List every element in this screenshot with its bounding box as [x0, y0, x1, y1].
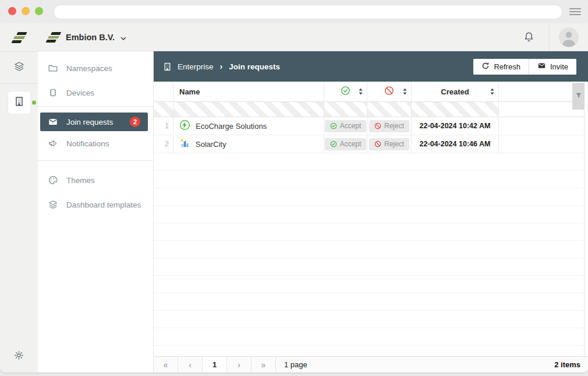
empty-rows-area [154, 153, 588, 356]
last-page-button[interactable]: » [252, 357, 276, 373]
filter-cell[interactable] [367, 102, 412, 117]
header-name[interactable]: Name [173, 82, 324, 101]
next-page-button[interactable]: › [227, 357, 252, 373]
first-page-button[interactable]: « [154, 357, 178, 373]
row-spacer [499, 135, 588, 153]
accept-button[interactable]: Accept [325, 120, 367, 132]
minimize-window-button[interactable] [22, 7, 30, 15]
header-reject[interactable] [367, 82, 412, 101]
chevron-down-icon [121, 33, 126, 42]
avatar [559, 27, 579, 47]
check-circle-icon [341, 86, 350, 97]
accept-button[interactable]: Accept [325, 138, 367, 150]
filter-gutter-button[interactable] [572, 83, 585, 110]
ecocharge-logo-icon [179, 120, 190, 133]
sidebar-divider [38, 160, 153, 161]
embion-logo-icon [46, 32, 62, 43]
building-icon [162, 62, 172, 72]
join-requests-grid: Name [154, 82, 588, 356]
ban-circle-icon [374, 122, 381, 129]
refresh-button[interactable]: Refresh [473, 59, 529, 75]
envelope-icon [48, 117, 58, 127]
sidebar-item-label: Notifications [66, 139, 109, 148]
sidebar: Namespaces Devices Join requests 2 [38, 51, 154, 373]
filter-cell[interactable] [154, 102, 173, 117]
org-name: Embion B.V. [66, 33, 115, 42]
prev-page-button[interactable]: ‹ [178, 357, 203, 373]
user-menu[interactable] [549, 23, 588, 51]
envelope-icon [537, 61, 546, 72]
join-requests-count-badge: 2 [130, 117, 140, 127]
embion-logo-icon [11, 32, 27, 43]
browser-chrome [0, 0, 588, 24]
filter-cell[interactable] [324, 102, 367, 117]
row-number: 1 [165, 122, 169, 130]
sidebar-item-themes[interactable]: Themes [38, 168, 153, 192]
solarcity-logo-icon [179, 138, 190, 151]
sidebar-item-label: Devices [66, 89, 94, 97]
company-name: EcoCharge Solutions [196, 122, 267, 131]
sort-toggle[interactable] [358, 88, 363, 96]
sidebar-item-devices[interactable]: Devices [38, 80, 153, 105]
pagination-bar: « ‹ 1 › » 1 page 2 items [154, 356, 588, 373]
breadcrumb-bar: Enterprise › Join requests Refresh [154, 51, 588, 82]
sort-toggle[interactable] [402, 88, 408, 96]
address-bar[interactable] [54, 5, 562, 19]
created-timestamp: 22-04-2024 10:42 AM [420, 122, 491, 130]
sidebar-divider [38, 106, 153, 107]
breadcrumb-current: Join requests [229, 62, 280, 71]
breadcrumb-root[interactable]: Enterprise [178, 62, 214, 71]
browser-window: Embion B.V. [0, 0, 588, 373]
grid-header-row: Name [154, 82, 588, 102]
folder-icon [48, 63, 58, 73]
maximize-window-button[interactable] [35, 7, 43, 15]
breadcrumb-separator: › [220, 62, 223, 71]
reject-button[interactable]: Reject [369, 138, 409, 150]
filter-cell[interactable] [173, 102, 324, 117]
ban-circle-icon [384, 86, 394, 97]
sidebar-item-label: Join requests [66, 118, 113, 126]
toolbar-button-group: Refresh Invite [473, 59, 576, 75]
sort-toggle[interactable] [490, 88, 495, 96]
check-circle-icon [330, 140, 337, 147]
org-switcher[interactable]: Embion B.V. [66, 33, 126, 42]
megaphone-icon [48, 138, 58, 149]
reject-button[interactable]: Reject [369, 120, 409, 132]
gear-icon [13, 350, 24, 363]
rail-logo[interactable] [0, 23, 38, 52]
main-panel: Enterprise › Join requests Refresh [154, 51, 588, 373]
invite-button[interactable]: Invite [529, 59, 576, 75]
company-name: SolarCity [196, 140, 226, 149]
refresh-icon [481, 62, 490, 72]
rail-item-settings[interactable] [0, 350, 38, 363]
current-page-button[interactable]: 1 [203, 357, 227, 373]
row-spacer [499, 117, 588, 135]
header-created[interactable]: Created [412, 82, 499, 101]
close-window-button[interactable] [8, 7, 16, 15]
ban-circle-icon [374, 140, 381, 147]
sidebar-item-namespaces[interactable]: Namespaces [38, 56, 153, 80]
layers-icon [48, 199, 58, 210]
rail-item-namespaces[interactable] [0, 52, 38, 84]
table-row: 2 SolarCity Accept [154, 135, 588, 153]
sidebar-item-notifications[interactable]: Notifications [38, 131, 153, 156]
page-count-label: 1 page [276, 357, 307, 373]
items-count-label: 2 items [554, 357, 588, 373]
grid-filter-row [154, 102, 588, 117]
building-icon [13, 96, 25, 110]
header-accept[interactable] [324, 82, 367, 101]
header-rownum [154, 82, 173, 101]
notifications-bell-button[interactable] [523, 31, 535, 43]
filter-cell[interactable] [412, 102, 499, 117]
app-shell: Embion B.V. [0, 23, 588, 373]
rail-item-enterprise-active[interactable] [8, 92, 30, 114]
created-timestamp: 22-04-2024 10:46 AM [420, 140, 491, 148]
browser-menu-icon[interactable] [569, 8, 581, 15]
funnel-icon [575, 91, 582, 101]
sidebar-item-dashboard-templates[interactable]: Dashboard templates [38, 192, 153, 217]
active-green-dot [32, 101, 36, 105]
check-circle-icon [330, 122, 337, 129]
sidebar-item-join-requests[interactable]: Join requests 2 [40, 113, 148, 131]
grid-scrollbar-track[interactable] [584, 82, 588, 356]
bell-icon [523, 31, 535, 43]
